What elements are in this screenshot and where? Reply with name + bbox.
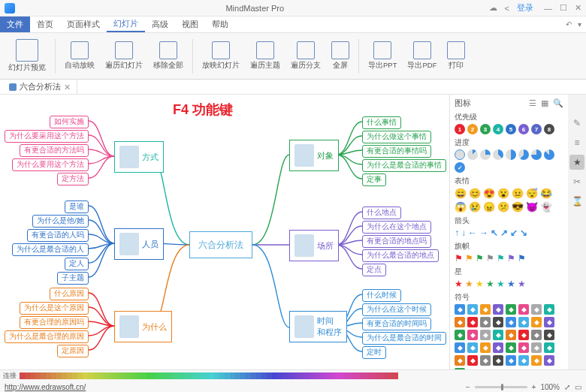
symbol-icon[interactable]: ◆	[493, 317, 503, 327]
symbol-icon[interactable]: ◆	[455, 304, 465, 315]
symbol-icon[interactable]: ◆	[506, 317, 516, 327]
color-swatch[interactable]	[356, 372, 361, 379]
symbol-icon[interactable]: ◆	[493, 342, 503, 353]
color-swatch[interactable]	[214, 372, 219, 379]
leaf-node[interactable]: 有更合适的方法吗	[20, 144, 89, 157]
color-swatch[interactable]	[209, 372, 214, 379]
flag-icon[interactable]: ⚑	[497, 253, 505, 264]
color-swatch[interactable]	[298, 372, 304, 379]
menu-help[interactable]: 帮助	[205, 17, 235, 32]
undo-icon[interactable]: ↶	[566, 20, 572, 29]
leaf-node[interactable]: 为什么是他/她	[32, 215, 89, 228]
color-swatch[interactable]	[219, 372, 225, 379]
symbol-icon[interactable]: ◆	[480, 304, 491, 315]
leaf-node[interactable]: 为什么在这个地点	[362, 221, 431, 234]
leaf-node[interactable]: 为什么做这个事情	[362, 131, 431, 143]
symbol-icon[interactable]: ◆	[467, 342, 478, 353]
color-swatch[interactable]	[198, 372, 204, 379]
chevron-down-icon[interactable]: ▾	[578, 20, 581, 29]
color-swatch[interactable]	[330, 372, 335, 379]
fit-icon[interactable]: ⤢	[564, 383, 570, 391]
color-swatch[interactable]	[256, 372, 261, 379]
share-icon[interactable]: <	[505, 4, 509, 13]
menu-file[interactable]: 文件	[0, 17, 30, 32]
color-swatch[interactable]	[177, 372, 183, 379]
priority-icon[interactable]: 2	[467, 124, 478, 134]
symbol-icon[interactable]: ◆	[480, 330, 491, 340]
ribbon-traverse-slides[interactable]: 遍历幻灯片	[101, 40, 146, 72]
color-swatch[interactable]	[377, 372, 382, 379]
color-swatch[interactable]	[62, 372, 67, 379]
arrow-icon[interactable]: ↑	[455, 228, 459, 238]
menu-page-style[interactable]: 页面样式	[60, 17, 107, 32]
color-swatch[interactable]	[83, 372, 88, 379]
symbol-icon[interactable]: ◆	[518, 304, 529, 315]
color-swatch[interactable]	[235, 372, 240, 379]
color-swatch[interactable]	[41, 372, 46, 379]
symbol-icon[interactable]: ◆	[480, 355, 491, 366]
color-swatch[interactable]	[240, 372, 246, 379]
symbol-icon[interactable]: ◆	[467, 355, 478, 366]
color-swatch[interactable]	[204, 372, 209, 379]
priority-icon[interactable]: 3	[480, 124, 491, 134]
star-icon[interactable]: ★	[518, 279, 526, 289]
arrow-icon[interactable]: →	[479, 228, 488, 238]
priority-icon[interactable]: 6	[518, 124, 529, 134]
node-duixiang[interactable]: 对象	[289, 140, 339, 171]
symbol-icon[interactable]: ◆	[531, 355, 542, 366]
leaf-node[interactable]: 是谁	[65, 201, 89, 213]
leaf-node[interactable]: 为什么要用这个方法	[12, 158, 89, 171]
ribbon-auto-play[interactable]: 自动放映	[61, 40, 98, 72]
color-swatch[interactable]	[272, 372, 277, 379]
color-swatch[interactable]	[188, 372, 193, 379]
symbol-icon[interactable]: ◆	[455, 317, 465, 327]
symbol-icon[interactable]: ◆	[518, 342, 529, 353]
color-swatch[interactable]	[77, 372, 83, 379]
color-swatch[interactable]	[125, 372, 130, 379]
symbol-icon[interactable]: ◆	[531, 317, 542, 327]
color-swatch[interactable]	[72, 372, 77, 379]
node-renyuan[interactable]: 人员	[114, 228, 164, 260]
emoji-icon[interactable]: 😱	[455, 201, 467, 213]
flag-icon[interactable]: ⚑	[486, 253, 494, 264]
node-center[interactable]: 六合分析法	[189, 231, 252, 258]
progress-icon[interactable]	[455, 149, 465, 160]
color-swatch[interactable]	[162, 372, 167, 379]
emoji-icon[interactable]: 😄	[455, 188, 467, 199]
flag-icon[interactable]: ⚑	[455, 253, 463, 264]
color-swatch[interactable]	[93, 372, 98, 379]
color-swatch[interactable]	[135, 372, 140, 379]
menu-advanced[interactable]: 高级	[145, 17, 175, 32]
leaf-node[interactable]: 如何实施	[50, 116, 89, 128]
color-swatch[interactable]	[267, 372, 272, 379]
close-button[interactable]: ✕	[575, 3, 581, 13]
emoji-icon[interactable]: 😴	[526, 188, 538, 199]
symbol-icon[interactable]: ◆	[467, 330, 478, 340]
ribbon-remove-all[interactable]: 移除全部	[150, 40, 187, 72]
arrow-icon[interactable]: ↓	[461, 228, 466, 238]
priority-icon[interactable]: 7	[531, 124, 542, 134]
progress-icon[interactable]: ✓	[455, 162, 465, 173]
tab-close-icon[interactable]: ✕	[64, 83, 71, 92]
leaf-node[interactable]: 定方法	[57, 173, 89, 185]
minimize-button[interactable]: —	[544, 4, 552, 13]
maximize-button[interactable]: ☐	[560, 3, 567, 13]
color-swatch[interactable]	[140, 372, 146, 379]
symbol-icon[interactable]: ◆	[544, 304, 554, 315]
leaf-node[interactable]: 有更合适的时间吗	[362, 318, 431, 330]
menu-view[interactable]: 视图	[175, 17, 205, 32]
leaf-node[interactable]: 有更合适的事情吗	[362, 145, 431, 158]
color-swatch[interactable]	[151, 372, 156, 379]
color-swatch[interactable]	[372, 372, 377, 379]
emoji-icon[interactable]: 😢	[469, 201, 481, 213]
symbol-icon[interactable]: ◆	[493, 355, 503, 366]
arrow-icon[interactable]: ←	[468, 228, 477, 238]
login-link[interactable]: 登录	[517, 2, 533, 14]
symbol-icon[interactable]: ◆	[467, 304, 478, 315]
symbol-icon[interactable]: ◆	[480, 317, 491, 327]
menu-slideshow[interactable]: 幻灯片	[107, 17, 145, 32]
progress-icon[interactable]	[480, 149, 491, 160]
symbol-icon[interactable]: ◆	[518, 330, 529, 340]
arrow-icon[interactable]: ↙	[510, 228, 518, 238]
color-swatch[interactable]	[351, 372, 356, 379]
